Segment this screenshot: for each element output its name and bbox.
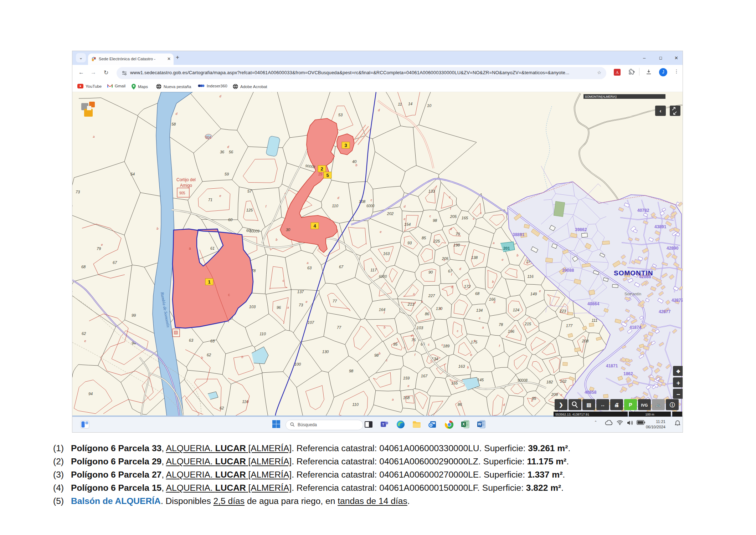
svg-text:76: 76 [411, 338, 416, 342]
svg-text:134: 134 [476, 308, 483, 312]
svg-text:68: 68 [475, 291, 480, 296]
svg-text:130: 130 [322, 350, 329, 354]
svg-text:ⓘ: ⓘ [670, 402, 675, 408]
svg-text:c: c [228, 293, 230, 297]
svg-text:137: 137 [297, 290, 304, 294]
svg-text:c: c [457, 329, 459, 333]
svg-text:a: a [421, 300, 423, 303]
svg-text:30: 30 [286, 228, 290, 232]
svg-text:c: c [386, 358, 388, 362]
svg-text:62: 62 [220, 406, 224, 410]
svg-text:94: 94 [88, 392, 93, 396]
svg-text:2: 2 [320, 166, 323, 172]
svg-text:e: e [380, 230, 381, 234]
svg-text:b: b [156, 227, 158, 230]
svg-text:5: 5 [326, 173, 329, 178]
svg-text:63: 63 [210, 339, 215, 343]
svg-text:225: 225 [433, 239, 440, 243]
svg-text:e: e [407, 384, 409, 388]
svg-text:29: 29 [318, 172, 323, 176]
svg-text:a: a [287, 306, 289, 309]
svg-text:T: T [382, 423, 384, 426]
svg-text:b: b [470, 353, 472, 357]
svg-text:e: e [539, 289, 541, 293]
svg-text:68: 68 [81, 265, 86, 269]
svg-text:Cortijo del: Cortijo del [176, 177, 196, 182]
svg-text:63: 63 [307, 266, 312, 270]
svg-text:85: 85 [422, 236, 426, 240]
svg-text:e: e [560, 393, 562, 397]
svg-text:201: 201 [503, 246, 510, 250]
svg-text:79: 79 [97, 246, 101, 251]
svg-text:189: 189 [443, 344, 449, 348]
svg-text:c: c [479, 316, 481, 320]
svg-text:95: 95 [393, 342, 398, 346]
svg-text:99: 99 [132, 313, 136, 317]
svg-text:IVG: IVG [641, 403, 648, 407]
svg-text:c: c [371, 198, 372, 202]
svg-text:198: 198 [453, 243, 460, 247]
svg-text:78: 78 [499, 322, 503, 327]
svg-text:67: 67 [113, 260, 117, 265]
svg-text:168: 168 [403, 396, 410, 400]
svg-text:4: 4 [313, 223, 316, 229]
svg-text:39862: 39862 [575, 227, 587, 232]
svg-text:202: 202 [387, 212, 394, 216]
svg-text:a: a [307, 261, 308, 265]
svg-text:c: c [430, 214, 431, 218]
svg-text:b: b [276, 238, 277, 241]
svg-text:57: 57 [247, 189, 252, 193]
svg-text:107: 107 [308, 320, 314, 325]
svg-text:38891: 38891 [513, 232, 525, 237]
svg-text:43891: 43891 [654, 224, 667, 229]
svg-text:165: 165 [462, 216, 468, 220]
svg-text:98: 98 [374, 353, 379, 357]
svg-text:‹: ‹ [660, 108, 662, 114]
svg-text:103: 103 [417, 326, 423, 330]
svg-text:90009: 90009 [250, 229, 259, 233]
svg-text:▤: ▤ [586, 402, 591, 408]
svg-text:124: 124 [513, 308, 519, 312]
svg-text:149: 149 [530, 292, 537, 296]
svg-text:e: e [219, 194, 221, 198]
svg-text:b: b [516, 254, 518, 257]
svg-text:SOMONTIN(ALMERIA): SOMONTIN(ALMERIA) [585, 95, 617, 98]
svg-text:111: 111 [592, 318, 598, 322]
svg-text:W: W [478, 422, 482, 426]
svg-text:❯: ❯ [559, 402, 563, 408]
svg-text:227: 227 [428, 294, 435, 298]
svg-text:96: 96 [277, 305, 281, 310]
svg-text:e: e [305, 300, 307, 304]
svg-text:63: 63 [189, 338, 194, 342]
svg-text:c: c [449, 195, 451, 199]
svg-text:77: 77 [333, 299, 337, 303]
svg-text:6000: 6000 [379, 275, 387, 279]
svg-text:c: c [473, 217, 475, 220]
svg-text:40864: 40864 [587, 301, 600, 306]
svg-text:60: 60 [246, 228, 251, 233]
svg-text:182: 182 [546, 380, 553, 384]
svg-text:c: c [474, 339, 476, 342]
svg-text:a: a [189, 246, 191, 250]
svg-text:a: a [413, 292, 415, 296]
svg-text:40858: 40858 [585, 390, 597, 395]
svg-text:138: 138 [471, 255, 478, 260]
svg-text:100 m: 100 m [645, 413, 654, 416]
svg-text:10: 10 [427, 103, 432, 108]
svg-text:b: b [379, 352, 380, 355]
svg-text:213: 213 [407, 302, 415, 306]
svg-text:a: a [482, 326, 484, 329]
svg-text:205: 205 [450, 214, 457, 219]
svg-text:X: X [462, 422, 465, 426]
svg-text:a: a [493, 241, 494, 245]
svg-text:98: 98 [349, 369, 354, 373]
svg-text:86: 86 [458, 402, 462, 407]
svg-text:b: b [384, 326, 385, 329]
svg-text:1: 1 [208, 279, 210, 285]
svg-text:42877: 42877 [659, 309, 671, 314]
svg-text:b: b [241, 355, 243, 359]
svg-text:42890: 42890 [667, 246, 679, 251]
svg-text:905: 905 [179, 191, 185, 195]
svg-text:177: 177 [566, 323, 573, 328]
svg-text:🚲: 🚲 [655, 402, 662, 408]
